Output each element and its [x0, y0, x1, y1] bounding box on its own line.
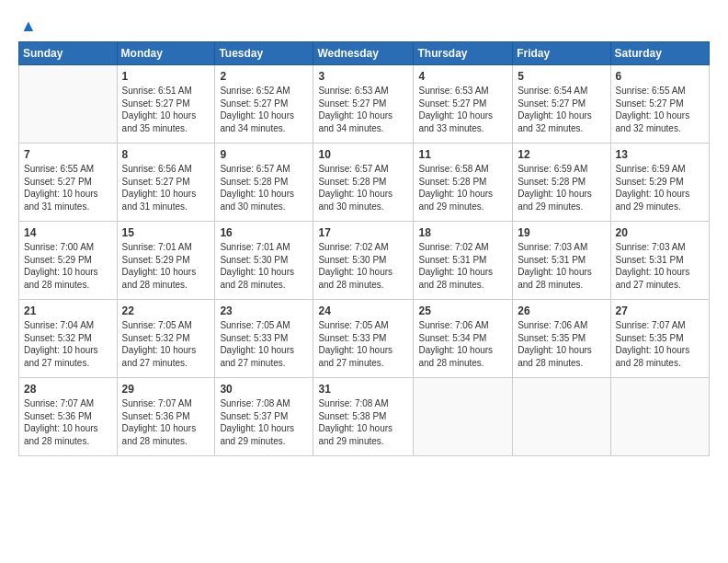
calendar-cell: 31Sunrise: 7:08 AM Sunset: 5:38 PM Dayli…: [313, 378, 414, 456]
day-number: 20: [616, 225, 704, 240]
calendar-cell: 28Sunrise: 7:07 AM Sunset: 5:36 PM Dayli…: [19, 378, 118, 456]
logo-icon: ▲: [20, 17, 37, 36]
calendar-row: 21Sunrise: 7:04 AM Sunset: 5:32 PM Dayli…: [19, 300, 710, 378]
header-day-tuesday: Tuesday: [215, 42, 313, 65]
header-day-sunday: Sunday: [19, 42, 118, 65]
day-number: 27: [616, 304, 704, 318]
header-day-monday: Monday: [117, 42, 215, 65]
day-info: Sunrise: 7:07 AM Sunset: 5:36 PM Dayligh…: [24, 397, 112, 447]
day-number: 8: [122, 147, 210, 162]
day-info: Sunrise: 6:55 AM Sunset: 5:27 PM Dayligh…: [616, 85, 704, 134]
calendar-cell: 14Sunrise: 7:00 AM Sunset: 5:29 PM Dayli…: [19, 222, 118, 300]
calendar-cell: 30Sunrise: 7:08 AM Sunset: 5:37 PM Dayli…: [215, 378, 313, 456]
day-info: Sunrise: 6:54 AM Sunset: 5:27 PM Dayligh…: [518, 85, 605, 134]
day-info: Sunrise: 6:53 AM Sunset: 5:27 PM Dayligh…: [318, 85, 408, 134]
day-number: 30: [220, 382, 308, 396]
day-info: Sunrise: 7:07 AM Sunset: 5:35 PM Dayligh…: [616, 319, 704, 369]
day-info: Sunrise: 6:57 AM Sunset: 5:28 PM Dayligh…: [220, 163, 308, 213]
day-number: 7: [24, 147, 112, 162]
day-info: Sunrise: 6:59 AM Sunset: 5:28 PM Dayligh…: [518, 163, 605, 213]
day-number: 31: [318, 382, 408, 396]
day-number: 24: [318, 304, 408, 318]
day-info: Sunrise: 6:57 AM Sunset: 5:28 PM Dayligh…: [318, 163, 408, 213]
calendar-cell: 11Sunrise: 6:58 AM Sunset: 5:28 PM Dayli…: [414, 144, 513, 222]
day-info: Sunrise: 7:07 AM Sunset: 5:36 PM Dayligh…: [122, 397, 210, 447]
calendar-cell: 21Sunrise: 7:04 AM Sunset: 5:32 PM Dayli…: [19, 300, 118, 378]
day-number: 12: [518, 147, 605, 162]
day-number: 15: [122, 225, 210, 240]
day-number: 17: [318, 225, 408, 240]
day-info: Sunrise: 6:56 AM Sunset: 5:27 PM Dayligh…: [122, 163, 210, 213]
day-number: 4: [418, 69, 507, 84]
day-info: Sunrise: 7:02 AM Sunset: 5:30 PM Dayligh…: [318, 241, 408, 291]
day-number: 6: [616, 69, 704, 84]
day-number: 10: [318, 147, 408, 162]
day-info: Sunrise: 6:52 AM Sunset: 5:27 PM Dayligh…: [220, 85, 308, 134]
day-info: Sunrise: 6:53 AM Sunset: 5:27 PM Dayligh…: [418, 85, 507, 134]
day-info: Sunrise: 6:58 AM Sunset: 5:28 PM Dayligh…: [418, 163, 507, 213]
day-number: 9: [220, 147, 308, 162]
day-info: Sunrise: 7:06 AM Sunset: 5:34 PM Dayligh…: [418, 319, 507, 369]
calendar-cell: 7Sunrise: 6:55 AM Sunset: 5:27 PM Daylig…: [19, 144, 118, 222]
day-info: Sunrise: 7:06 AM Sunset: 5:35 PM Dayligh…: [518, 319, 605, 369]
day-info: Sunrise: 7:01 AM Sunset: 5:29 PM Dayligh…: [122, 241, 210, 291]
day-number: 21: [24, 304, 112, 318]
logo: ▲: [18, 17, 37, 36]
header-day-friday: Friday: [513, 42, 610, 65]
day-number: 25: [418, 304, 507, 318]
calendar-row: 28Sunrise: 7:07 AM Sunset: 5:36 PM Dayli…: [19, 378, 710, 456]
calendar-cell: 5Sunrise: 6:54 AM Sunset: 5:27 PM Daylig…: [513, 65, 610, 144]
calendar-cell: 19Sunrise: 7:03 AM Sunset: 5:31 PM Dayli…: [513, 222, 610, 300]
day-number: 28: [24, 382, 112, 396]
calendar-cell: 17Sunrise: 7:02 AM Sunset: 5:30 PM Dayli…: [313, 222, 414, 300]
day-info: Sunrise: 6:55 AM Sunset: 5:27 PM Dayligh…: [24, 163, 112, 213]
calendar-cell: 6Sunrise: 6:55 AM Sunset: 5:27 PM Daylig…: [610, 65, 709, 144]
calendar-row: 14Sunrise: 7:00 AM Sunset: 5:29 PM Dayli…: [19, 222, 710, 300]
calendar-cell: [610, 378, 709, 456]
calendar-cell: 25Sunrise: 7:06 AM Sunset: 5:34 PM Dayli…: [414, 300, 513, 378]
calendar-cell: [513, 378, 610, 456]
day-info: Sunrise: 7:08 AM Sunset: 5:38 PM Dayligh…: [318, 397, 408, 447]
calendar-cell: 18Sunrise: 7:02 AM Sunset: 5:31 PM Dayli…: [414, 222, 513, 300]
calendar-cell: 20Sunrise: 7:03 AM Sunset: 5:31 PM Dayli…: [610, 222, 709, 300]
day-number: 23: [220, 304, 308, 318]
header: ▲: [18, 17, 710, 36]
day-number: 2: [220, 69, 308, 84]
header-day-wednesday: Wednesday: [313, 42, 414, 65]
calendar-cell: 10Sunrise: 6:57 AM Sunset: 5:28 PM Dayli…: [313, 144, 414, 222]
calendar-cell: 15Sunrise: 7:01 AM Sunset: 5:29 PM Dayli…: [117, 222, 215, 300]
header-day-thursday: Thursday: [414, 42, 513, 65]
day-number: 3: [318, 69, 408, 84]
day-info: Sunrise: 7:01 AM Sunset: 5:30 PM Dayligh…: [220, 241, 308, 291]
day-number: 5: [518, 69, 605, 84]
calendar-cell: 2Sunrise: 6:52 AM Sunset: 5:27 PM Daylig…: [215, 65, 313, 144]
page: ▲ SundayMondayTuesdayWednesdayThursdayFr…: [0, 0, 728, 563]
calendar-cell: 26Sunrise: 7:06 AM Sunset: 5:35 PM Dayli…: [513, 300, 610, 378]
day-info: Sunrise: 7:02 AM Sunset: 5:31 PM Dayligh…: [418, 241, 507, 291]
calendar-cell: 3Sunrise: 6:53 AM Sunset: 5:27 PM Daylig…: [313, 65, 414, 144]
day-number: 19: [518, 225, 605, 240]
calendar-cell: 27Sunrise: 7:07 AM Sunset: 5:35 PM Dayli…: [610, 300, 709, 378]
calendar-cell: 24Sunrise: 7:05 AM Sunset: 5:33 PM Dayli…: [313, 300, 414, 378]
calendar-cell: 9Sunrise: 6:57 AM Sunset: 5:28 PM Daylig…: [215, 144, 313, 222]
day-info: Sunrise: 7:08 AM Sunset: 5:37 PM Dayligh…: [220, 397, 308, 447]
calendar-row: 1Sunrise: 6:51 AM Sunset: 5:27 PM Daylig…: [19, 65, 710, 144]
day-number: 29: [122, 382, 210, 396]
calendar-cell: 29Sunrise: 7:07 AM Sunset: 5:36 PM Dayli…: [117, 378, 215, 456]
day-number: 26: [518, 304, 605, 318]
day-number: 14: [24, 225, 112, 240]
calendar-header: SundayMondayTuesdayWednesdayThursdayFrid…: [19, 42, 710, 65]
day-number: 16: [220, 225, 308, 240]
calendar-cell: [19, 65, 118, 144]
day-info: Sunrise: 6:51 AM Sunset: 5:27 PM Dayligh…: [122, 85, 210, 134]
day-number: 1: [122, 69, 210, 84]
calendar-cell: 13Sunrise: 6:59 AM Sunset: 5:29 PM Dayli…: [610, 144, 709, 222]
calendar-cell: 16Sunrise: 7:01 AM Sunset: 5:30 PM Dayli…: [215, 222, 313, 300]
day-number: 11: [418, 147, 507, 162]
day-info: Sunrise: 7:03 AM Sunset: 5:31 PM Dayligh…: [518, 241, 605, 291]
calendar-cell: 4Sunrise: 6:53 AM Sunset: 5:27 PM Daylig…: [414, 65, 513, 144]
day-info: Sunrise: 6:59 AM Sunset: 5:29 PM Dayligh…: [616, 163, 704, 213]
day-number: 22: [122, 304, 210, 318]
day-info: Sunrise: 7:04 AM Sunset: 5:32 PM Dayligh…: [24, 319, 112, 369]
header-day-saturday: Saturday: [610, 42, 709, 65]
